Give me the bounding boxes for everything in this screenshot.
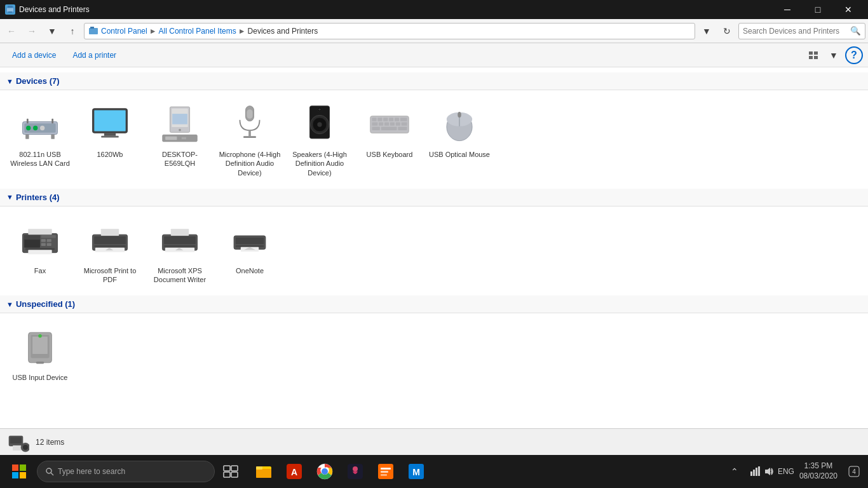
svg-rect-27 [165,137,177,140]
taskbar-file-explorer[interactable] [249,455,278,488]
refresh-button[interactable]: ↻ [718,22,736,40]
svg-rect-22 [101,136,118,138]
svg-point-94 [23,445,28,450]
add-printer-button[interactable]: Add a printer [65,48,123,63]
svg-rect-70 [28,250,51,254]
desktop-icon [157,102,203,147]
svg-rect-97 [12,472,18,478]
view-options-button[interactable] [804,47,822,64]
taskbar-search[interactable]: Type here to search [37,461,215,482]
svg-point-88 [38,334,41,337]
unspecified-chevron-icon: ▼ [6,301,13,308]
svg-rect-45 [395,118,399,121]
svg-rect-32 [243,136,256,138]
start-button[interactable] [3,455,36,488]
maximize-button[interactable]: □ [803,0,832,19]
device-fax[interactable]: Fax [5,213,75,290]
svg-rect-122 [756,468,757,476]
task-view-button[interactable] [216,455,245,488]
systray-expand-button[interactable]: ⌃ [723,460,746,483]
device-monitor[interactable]: 1620Wb [75,97,145,182]
svg-rect-95 [12,464,18,471]
up-button[interactable]: ↑ [64,22,81,40]
taskbar-sublime[interactable] [371,455,400,488]
microphone-label: Microphone (4-High Definition Audio Devi… [218,150,281,177]
taskbar-right: ⌃ ENG 1:35 PM 08/03/2020 4 [723,460,865,483]
svg-point-113 [353,466,358,471]
svg-rect-96 [20,464,26,471]
svg-rect-64 [41,239,46,241]
notification-button[interactable]: 4 [843,460,865,483]
taskbar-apps: A [249,455,431,488]
keyboard-label: USB Keyboard [367,150,413,159]
device-ms-xps[interactable]: Microsoft XPS Document Writer [145,213,215,290]
volume-icon [764,466,774,477]
svg-rect-121 [753,470,755,476]
desktop-label: DESKTOP-E569LQH [148,150,212,168]
device-ms-pdf[interactable]: Microsoft Print to PDF [75,213,145,290]
breadcrumb-control-panel[interactable]: Control Panel [101,27,147,36]
ms-xps-label: Microsoft XPS Document Writer [148,266,212,285]
device-microphone[interactable]: Microphone (4-High Definition Audio Devi… [215,97,285,182]
printers-section-label: Printers (4) [16,193,60,202]
device-keyboard[interactable]: USB Keyboard [355,97,424,182]
device-onenote[interactable]: OneNote [215,213,285,290]
svg-rect-68 [25,248,55,250]
minimize-button[interactable]: ─ [773,0,802,19]
taskbar-git-app[interactable] [341,455,370,488]
svg-point-39 [318,108,321,111]
device-speakers[interactable]: Speakers (4-High Definition Audio Device… [285,97,355,182]
device-desktop[interactable]: DESKTOP-E569LQH [145,97,215,182]
svg-rect-89 [36,362,44,364]
breadcrumb-all-items[interactable]: All Control Panel Items [159,27,236,36]
svg-rect-63 [41,235,56,238]
svg-rect-16 [51,135,54,139]
clock-time: 1:35 PM [799,461,837,471]
svg-rect-69 [28,229,51,234]
title-bar-left: Devices and Printers [5,4,90,15]
device-wireless-lan[interactable]: 802.11n USB Wireless LAN Card [5,97,75,182]
add-device-button[interactable]: Add a device [5,48,63,63]
svg-rect-98 [20,472,26,478]
close-button[interactable]: ✕ [834,0,863,19]
svg-rect-29 [172,114,187,124]
taskbar-systray: ⌃ ENG [723,460,794,483]
taskbar-chrome[interactable] [310,455,339,488]
taskbar-app-red[interactable]: A [280,455,309,488]
device-mouse[interactable]: USB Optical Mouse [424,97,494,182]
svg-rect-92 [13,445,22,451]
svg-rect-51 [396,122,400,125]
svg-rect-3 [7,8,13,11]
devices-section-header[interactable]: ▼ Devices (7) [0,72,868,90]
printers-section-header[interactable]: ▼ Printers (4) [0,189,868,207]
taskbar: Type here to search A [0,455,868,488]
device-usb-input[interactable]: USB Input Device [5,320,75,387]
view-dropdown-button[interactable]: ▼ [825,47,843,64]
main-content: ▼ Devices (7) 802.11n USB Wireless LAN C… [0,67,868,428]
svg-rect-107 [256,466,262,470]
devices-section-label: Devices (7) [16,76,60,86]
taskbar-app-blue[interactable]: M [402,455,431,488]
address-dropdown-button[interactable]: ▼ [698,22,715,40]
svg-rect-103 [224,472,230,477]
svg-rect-49 [384,122,389,125]
svg-rect-44 [389,118,393,121]
svg-rect-66 [41,243,46,245]
microphone-icon [227,102,273,147]
usb-input-icon [17,325,63,370]
unspecified-section-header[interactable]: ▼ Unspecified (1) [0,295,868,313]
svg-rect-17 [27,119,29,123]
svg-text:M: M [412,467,420,477]
unspecified-grid: USB Input Device [0,313,868,393]
help-button[interactable]: ? [845,46,863,64]
back-button[interactable]: ← [3,22,20,40]
wireless-lan-icon [17,102,63,147]
search-submit-button[interactable]: 🔍 [850,26,861,36]
forward-button[interactable]: → [23,22,41,40]
svg-rect-28 [182,137,186,140]
recent-locations-button[interactable]: ▼ [43,22,61,40]
search-box[interactable]: 🔍 [738,23,865,39]
language-indicator: ENG [778,467,794,476]
search-input[interactable] [743,27,850,36]
svg-rect-1 [8,6,13,8]
